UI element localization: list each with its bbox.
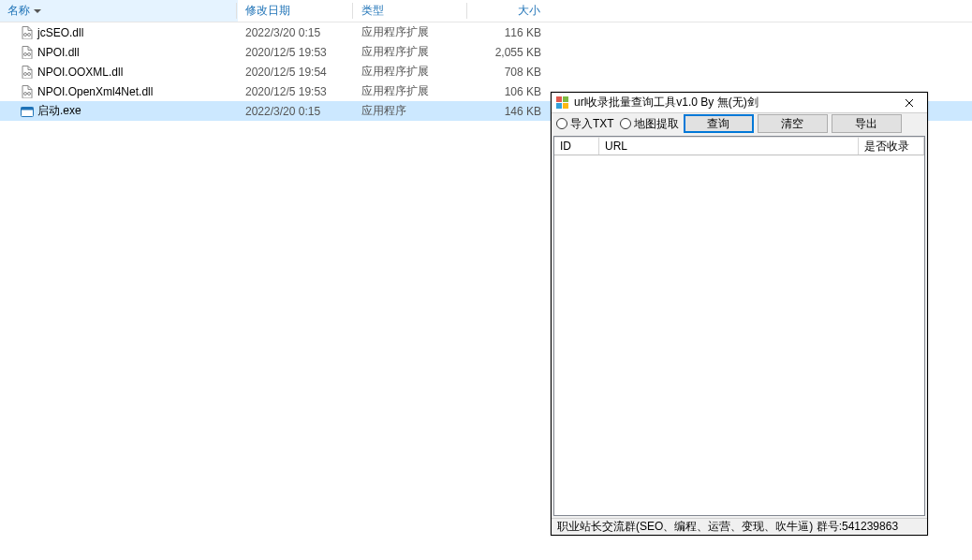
column-header-name[interactable]: 名称: [0, 0, 238, 22]
grid-header-included-label: 是否收录: [864, 139, 909, 155]
grid-header-url[interactable]: URL: [599, 137, 859, 155]
file-name-cell: NPOI.dll: [0, 46, 238, 59]
exe-icon: [21, 105, 34, 118]
svg-rect-13: [563, 103, 568, 109]
column-header-date[interactable]: 修改日期: [238, 0, 354, 22]
grid-header-url-label: URL: [605, 140, 627, 153]
file-size-cell: 2,055 KB: [468, 46, 549, 59]
file-name-label: NPOI.OOXML.dll: [37, 66, 123, 79]
file-date-cell: 2020/12/5 19:54: [238, 66, 354, 79]
svg-rect-11: [563, 96, 568, 102]
file-size-cell: 146 KB: [468, 105, 549, 118]
file-size-cell: 708 KB: [468, 66, 549, 79]
file-date-cell: 2022/3/20 0:15: [238, 105, 354, 118]
results-grid-body[interactable]: [554, 155, 924, 515]
table-row[interactable]: NPOI.dll2020/12/5 19:53应用程序扩展2,055 KB: [0, 42, 972, 62]
file-type-cell: 应用程序: [354, 103, 468, 119]
file-size-cell: 116 KB: [468, 26, 549, 39]
results-grid: ID URL 是否收录: [553, 136, 925, 516]
column-header-date-label: 修改日期: [245, 3, 290, 19]
svg-rect-12: [556, 103, 562, 109]
radio-circle-icon: [620, 118, 631, 129]
svg-rect-10: [556, 96, 562, 102]
column-header-size[interactable]: 大小: [468, 0, 549, 22]
file-date-cell: 2022/3/20 0:15: [238, 26, 354, 39]
radio-map-extract[interactable]: 地图提取: [619, 116, 680, 132]
dll-icon: [21, 85, 34, 98]
radio-circle-icon: [556, 118, 567, 129]
tool-status-text: 职业站长交流群(SEO、编程、运营、变现、吹牛逼) 群号:541239863: [557, 519, 898, 535]
file-name-cell: NPOI.OOXML.dll: [0, 66, 238, 79]
table-row[interactable]: jcSEO.dll2022/3/20 0:15应用程序扩展116 KB: [0, 22, 972, 42]
column-header-name-label: 名称: [7, 3, 30, 19]
column-header-row: 名称 修改日期 类型 大小: [0, 0, 972, 22]
column-divider[interactable]: [236, 3, 237, 19]
query-button[interactable]: 查询: [684, 114, 754, 133]
column-divider[interactable]: [352, 3, 353, 19]
file-name-cell: jcSEO.dll: [0, 26, 238, 39]
column-header-size-label: 大小: [518, 3, 540, 19]
results-grid-header: ID URL 是否收录: [554, 137, 924, 155]
dll-icon: [21, 46, 34, 59]
export-button[interactable]: 导出: [832, 114, 902, 133]
file-date-cell: 2020/12/5 19:53: [238, 85, 354, 98]
file-size-cell: 106 KB: [468, 85, 549, 98]
dll-icon: [21, 66, 34, 79]
file-name-label: 启动.exe: [37, 103, 81, 119]
grid-header-id-label: ID: [560, 140, 571, 153]
clear-button[interactable]: 清空: [758, 114, 828, 133]
radio-map-extract-label: 地图提取: [634, 116, 679, 132]
file-name-cell: 启动.exe: [0, 103, 238, 119]
column-divider[interactable]: [466, 3, 467, 19]
grid-header-id[interactable]: ID: [554, 137, 599, 155]
file-type-cell: 应用程序扩展: [354, 64, 468, 80]
file-name-label: NPOI.OpenXml4Net.dll: [37, 85, 153, 98]
table-row[interactable]: NPOI.OOXML.dll2020/12/5 19:54应用程序扩展708 K…: [0, 62, 972, 81]
file-name-cell: NPOI.OpenXml4Net.dll: [0, 85, 238, 98]
column-header-type-label: 类型: [361, 3, 384, 19]
tool-toolbar: 导入TXT 地图提取 查询 清空 导出: [552, 113, 927, 134]
app-icon: [555, 96, 570, 111]
tool-window: url收录批量查询工具v1.0 By 無(无)剑 导入TXT 地图提取 查询 清…: [551, 92, 928, 536]
tool-window-title: url收录批量查询工具v1.0 By 無(无)剑: [574, 95, 895, 111]
radio-import-txt[interactable]: 导入TXT: [555, 116, 615, 132]
svg-rect-9: [22, 107, 34, 110]
file-date-cell: 2020/12/5 19:53: [238, 46, 354, 59]
file-type-cell: 应用程序扩展: [354, 24, 468, 40]
file-name-label: jcSEO.dll: [37, 26, 83, 39]
close-icon[interactable]: [895, 93, 923, 113]
file-type-cell: 应用程序扩展: [354, 44, 468, 60]
column-header-type[interactable]: 类型: [354, 0, 468, 22]
grid-header-included[interactable]: 是否收录: [859, 137, 924, 155]
tool-window-titlebar[interactable]: url收录批量查询工具v1.0 By 無(无)剑: [552, 93, 927, 113]
radio-import-txt-label: 导入TXT: [570, 116, 614, 132]
tool-status-bar: 职业站长交流群(SEO、编程、运营、变现、吹牛逼) 群号:541239863: [552, 518, 927, 535]
dll-icon: [21, 26, 34, 39]
file-name-label: NPOI.dll: [37, 46, 80, 59]
file-type-cell: 应用程序扩展: [354, 83, 468, 99]
